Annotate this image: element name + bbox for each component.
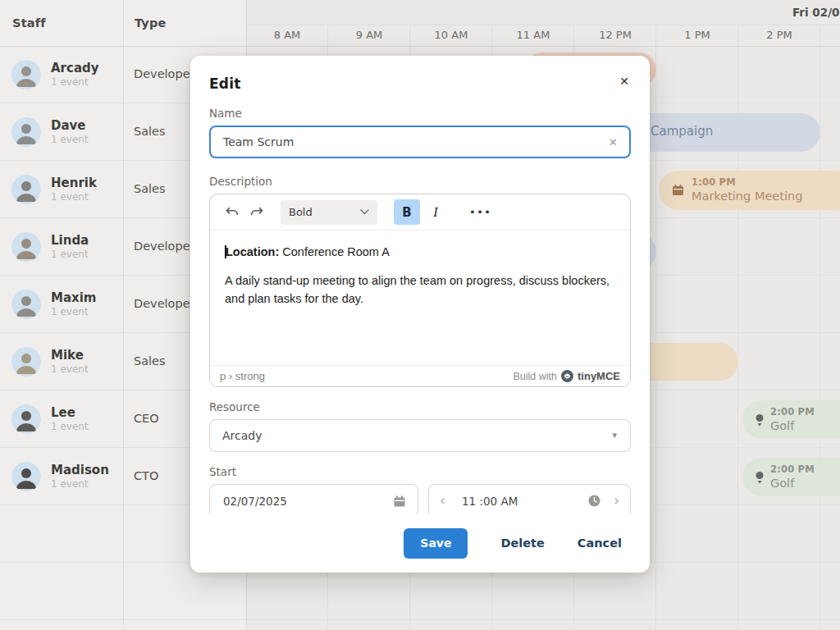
- staff-type: Developer: [134, 297, 195, 310]
- avatar: [11, 290, 41, 319]
- avatar: [11, 117, 41, 147]
- event-title: Marketing Meeting: [692, 189, 802, 204]
- caret-down-icon: ▾: [612, 430, 617, 441]
- editor-statusbar: p › strong Build with tinyMCE: [210, 365, 630, 386]
- editor-paragraph: A daily stand-up meeting to align the te…: [225, 272, 615, 308]
- event-time: 1:00 PM: [692, 176, 802, 189]
- format-value: Bold: [289, 206, 313, 218]
- tinymce-branding[interactable]: Build with tinyMCE: [514, 370, 621, 382]
- staff-event-count: 1 event: [51, 363, 89, 375]
- time-header-10am: 10 AM: [410, 29, 492, 41]
- name-input[interactable]: Team Scrum ✕: [209, 126, 631, 158]
- event-text: 2:00 PM Golf: [770, 406, 815, 434]
- editor-toolbar: Bold B I •••: [210, 194, 630, 231]
- staff-name: Mike: [51, 348, 84, 363]
- rich-text-editor: Bold B I ••• Location: Conference Room A…: [209, 194, 631, 387]
- staff-type: Sales: [134, 125, 166, 138]
- staff-type: Developer: [134, 240, 195, 253]
- dialog-title: Edit: [209, 56, 631, 92]
- start-date-value: 02/07/2025: [223, 495, 287, 508]
- event-title: Golf: [770, 418, 815, 434]
- name-label: Name: [209, 107, 631, 120]
- undo-icon[interactable]: [220, 200, 244, 225]
- time-header-9am: 9 AM: [328, 29, 410, 41]
- tinymce-logo-icon: [561, 370, 573, 382]
- start-date-input[interactable]: 02/07/2025: [209, 484, 418, 514]
- redo-icon[interactable]: [244, 200, 269, 225]
- staff-event-count: 1 event: [51, 191, 89, 203]
- start-label: Start: [209, 465, 631, 478]
- clock-icon[interactable]: [588, 495, 600, 507]
- avatar: [11, 404, 41, 434]
- event-text: 2:00 PM Golf: [770, 463, 815, 491]
- staff-event-count: 1 event: [51, 421, 89, 432]
- staff-type: CEO: [134, 412, 159, 425]
- event-title: Golf: [770, 476, 815, 491]
- cancel-button[interactable]: Cancel: [578, 536, 622, 550]
- dialog-footer: Save Delete Cancel: [190, 514, 650, 573]
- time-header-1pm: 1 PM: [656, 29, 738, 41]
- event-time: 2:00 PM: [770, 406, 815, 418]
- staff-name: Arcady: [51, 61, 99, 75]
- avatar: [11, 347, 41, 377]
- save-button[interactable]: Save: [404, 528, 468, 559]
- start-fields: 02/07/2025 ‹ 11 :00 AM ›: [209, 484, 631, 514]
- avatar: [11, 232, 41, 262]
- staff-name: Maxim: [51, 290, 97, 305]
- time-header-8am: 8 AM: [246, 29, 328, 41]
- staff-type: Sales: [134, 354, 166, 368]
- editor-paragraph: Location: Conference Room A: [225, 244, 615, 262]
- staff-column-header: Staff: [12, 16, 46, 30]
- calendar-icon: [672, 184, 684, 196]
- staff-type: CTO: [134, 469, 158, 482]
- table-header: Staff Type: [0, 0, 246, 46]
- divider: [246, 25, 840, 25]
- event-golf-lee[interactable]: 2:00 PM Golf: [742, 400, 840, 439]
- event-title: Campaign: [651, 124, 713, 139]
- event-marketing-meeting[interactable]: 1:00 PM Marketing Meeting: [659, 171, 840, 210]
- staff-event-count: 1 event: [51, 306, 89, 317]
- scheduler-app: Staff Type Fri 02/07 8 AM 9 AM 10 AM 11 …: [0, 0, 840, 630]
- italic-button[interactable]: I: [423, 199, 448, 225]
- resource-select[interactable]: Arcady ▾: [209, 419, 631, 452]
- resource-label: Resource: [209, 400, 631, 413]
- avatar: [11, 60, 41, 89]
- staff-name: Linda: [51, 233, 89, 248]
- time-header-11am: 11 AM: [492, 29, 574, 41]
- element-path[interactable]: p › strong: [220, 370, 265, 382]
- start-time-value: 11 :00 AM: [462, 495, 518, 508]
- staff-event-count: 1 event: [51, 134, 89, 145]
- type-column-header: Type: [135, 16, 167, 30]
- start-time-input[interactable]: ‹ 11 :00 AM ›: [428, 484, 631, 514]
- dialog-body: Edit ✕ Name Team Scrum ✕ Description Bol…: [190, 56, 650, 514]
- avatar: [11, 175, 41, 204]
- close-icon[interactable]: ✕: [619, 75, 629, 87]
- more-toolbar-icon[interactable]: •••: [469, 206, 492, 218]
- time-header-2pm: 2 PM: [738, 29, 820, 41]
- bold-text: Location:: [226, 245, 279, 258]
- staff-name: Lee: [51, 405, 75, 420]
- bold-button[interactable]: B: [394, 199, 420, 225]
- tinymce-label: tinyMCE: [578, 370, 620, 382]
- staff-name: Dave: [51, 118, 86, 133]
- delete-button[interactable]: Delete: [500, 536, 544, 550]
- time-next-icon[interactable]: ›: [614, 491, 619, 509]
- format-select[interactable]: Bold: [281, 200, 377, 225]
- event-text: 1:00 PM Marketing Meeting: [692, 176, 802, 204]
- resource-value: Arcady: [222, 429, 262, 442]
- clear-icon[interactable]: ✕: [609, 136, 618, 148]
- paragraph-text: Conference Room A: [279, 245, 390, 258]
- time-header-12pm: 12 PM: [574, 29, 656, 41]
- staff-event-count: 1 event: [51, 249, 89, 260]
- calendar-icon[interactable]: [393, 495, 406, 508]
- time-prev-icon[interactable]: ‹: [440, 491, 445, 509]
- golf-icon: [754, 413, 765, 427]
- event-time: 2:00 PM: [770, 463, 815, 476]
- name-value: Team Scrum: [223, 135, 294, 148]
- editor-content[interactable]: Location: Conference Room A A daily stan…: [210, 231, 630, 367]
- staff-event-count: 1 event: [51, 76, 89, 88]
- event-golf-madison[interactable]: 2:00 PM Golf: [742, 458, 840, 496]
- staff-type: Developer: [134, 67, 195, 80]
- staff-name: Madison: [51, 463, 109, 477]
- description-label: Description: [209, 175, 631, 188]
